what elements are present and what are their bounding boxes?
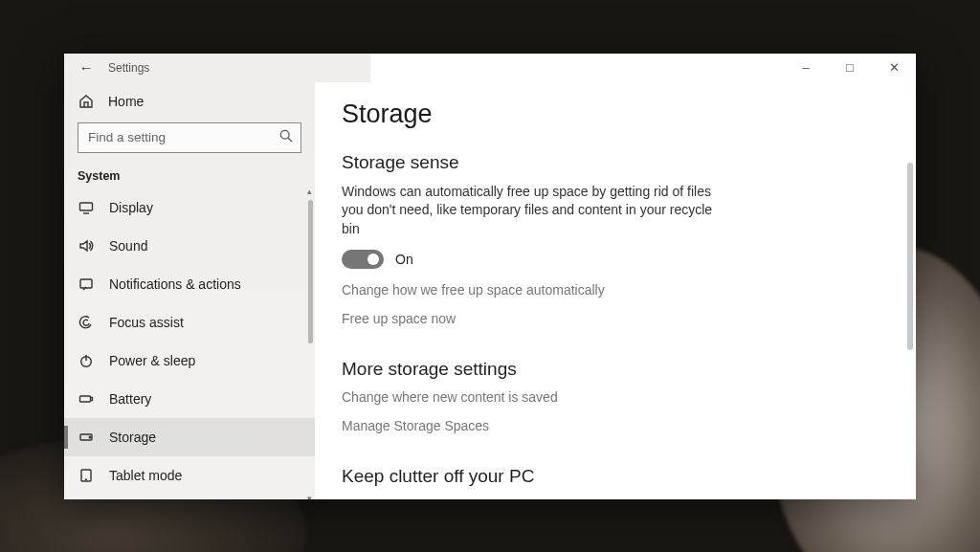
- sidebar-item-label: Display: [109, 200, 153, 215]
- sidebar-item-storage[interactable]: Storage: [64, 418, 315, 456]
- app-title: Settings: [108, 61, 149, 75]
- power-icon: [78, 353, 95, 368]
- search-icon: [279, 129, 293, 145]
- maximize-button[interactable]: □: [828, 54, 872, 82]
- search-box: [78, 122, 301, 153]
- svg-point-0: [280, 130, 289, 139]
- scroll-down-icon: ▾: [307, 494, 315, 499]
- sound-icon: [78, 238, 95, 254]
- sidebar-item-label: Tablet mode: [109, 468, 182, 483]
- back-button[interactable]: ←: [64, 59, 108, 76]
- storage-sense-toggle[interactable]: [342, 250, 384, 269]
- sidebar-scrollbar-thumb[interactable]: [308, 200, 313, 343]
- toggle-knob-icon: [368, 254, 379, 265]
- storage-sense-toggle-label: On: [395, 252, 413, 267]
- tablet-icon: [78, 468, 95, 483]
- sidebar: Home System Display Sound: [64, 82, 315, 499]
- settings-window: ← Settings – □ ✕ Home: [64, 54, 916, 499]
- scroll-up-icon: ▴: [307, 188, 315, 194]
- close-icon: ✕: [889, 60, 900, 75]
- storage-sense-description: Windows can automatically free up space …: [342, 183, 726, 239]
- sidebar-item-label: Battery: [109, 391, 151, 407]
- section-storage-sense-title: Storage sense: [342, 152, 916, 173]
- sidebar-item-power-sleep[interactable]: Power & sleep: [64, 342, 315, 380]
- sidebar-item-label: Sound: [109, 238, 147, 254]
- focus-assist-icon: [78, 315, 95, 330]
- titlebar: ← Settings – □ ✕: [64, 54, 916, 82]
- svg-rect-7: [80, 396, 91, 402]
- minimize-button[interactable]: –: [784, 54, 828, 82]
- sidebar-item-label: Power & sleep: [109, 353, 195, 368]
- svg-rect-8: [91, 397, 93, 400]
- sidebar-nav: Display Sound Notifications & actions Fo…: [64, 188, 315, 499]
- sidebar-item-focus-assist[interactable]: Focus assist: [64, 303, 315, 342]
- maximize-icon: □: [846, 60, 854, 75]
- sidebar-item-display[interactable]: Display: [64, 188, 315, 227]
- main-scrollbar-thumb[interactable]: [907, 163, 913, 350]
- sidebar-item-notifications[interactable]: Notifications & actions: [64, 265, 315, 303]
- close-button[interactable]: ✕: [872, 54, 916, 82]
- link-free-up-now[interactable]: Free up space now: [342, 311, 916, 326]
- svg-point-10: [89, 436, 91, 438]
- home-icon: [78, 94, 95, 109]
- svg-rect-4: [80, 279, 92, 288]
- svg-rect-2: [80, 203, 93, 210]
- sidebar-item-tablet-mode[interactable]: Tablet mode: [64, 456, 315, 495]
- section-more-storage-title: More storage settings: [342, 359, 916, 380]
- sidebar-item-label: Focus assist: [109, 315, 184, 330]
- window-controls: – □ ✕: [784, 54, 916, 82]
- svg-line-1: [288, 138, 292, 142]
- page-title: Storage: [342, 99, 916, 129]
- sidebar-section-label: System: [64, 161, 315, 188]
- sidebar-scrollbar[interactable]: ▴ ▾: [308, 188, 313, 499]
- storage-icon: [78, 430, 95, 445]
- notifications-icon: [78, 276, 95, 292]
- search-input[interactable]: [78, 122, 301, 153]
- sidebar-home[interactable]: Home: [64, 82, 315, 121]
- link-manage-storage-spaces[interactable]: Manage Storage Spaces: [342, 418, 916, 433]
- link-change-auto-free[interactable]: Change how we free up space automaticall…: [342, 282, 916, 298]
- sidebar-item-label: Notifications & actions: [109, 276, 241, 292]
- section-keep-clutter-title: Keep clutter off your PC: [342, 466, 916, 487]
- main-content: Storage Storage sense Windows can automa…: [315, 82, 916, 499]
- main-scrollbar[interactable]: [907, 111, 913, 488]
- minimize-icon: –: [802, 60, 809, 75]
- sidebar-item-label: Storage: [109, 430, 156, 445]
- display-icon: [78, 200, 95, 215]
- sidebar-item-battery[interactable]: Battery: [64, 380, 315, 418]
- battery-icon: [78, 391, 95, 407]
- back-arrow-icon: ←: [79, 59, 94, 76]
- link-change-where-saved[interactable]: Change where new content is saved: [342, 389, 916, 405]
- sidebar-item-sound[interactable]: Sound: [64, 227, 315, 265]
- sidebar-home-label: Home: [108, 94, 144, 109]
